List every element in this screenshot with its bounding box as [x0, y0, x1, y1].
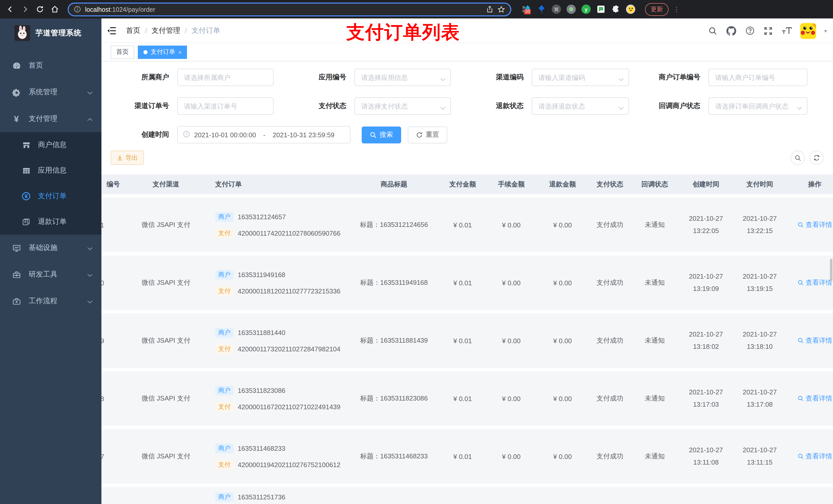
date-start: 2021-10-01 00:00:00 [194, 131, 256, 139]
user-avatar[interactable] [800, 23, 816, 39]
recorder-extension-icon[interactable] [567, 5, 576, 14]
filter-row-1: 所属商户 应用编号 渠道编码 商户订单编号 [111, 69, 824, 86]
sidebar-collapse-icon[interactable] [101, 19, 122, 43]
view-detail-link[interactable]: 查看详情 [798, 336, 832, 345]
command-extension-icon[interactable]: ⌘ [552, 5, 561, 14]
sidebar-item-workflow[interactable]: 工作流程 [0, 288, 101, 314]
merchant-order-no-input[interactable] [709, 69, 807, 86]
app-header: 首页 / 支付管理 / 支付订单 支付订单列表 [101, 19, 833, 43]
breadcrumb: 首页 / 支付管理 / 支付订单 [126, 26, 220, 35]
back-icon[interactable] [5, 4, 15, 14]
extensions-strip: 10 ⌘ y [522, 5, 635, 14]
url-path: :1024/pay/order [111, 6, 155, 13]
merchant-order-no-field[interactable] [709, 69, 807, 86]
sidebar-item-label: 首页 [29, 61, 43, 70]
browser-window: localhost:1024/pay/order 10 ⌘ [0, 0, 833, 504]
view-detail-link[interactable]: 查看详情 [798, 394, 832, 403]
gear-icon [12, 88, 21, 97]
channel-code-field[interactable] [532, 69, 629, 86]
sidebar-item-label: 应用信息 [38, 166, 67, 175]
field-label: 回调商户状态 [637, 101, 700, 111]
page-scrollbar-thumb[interactable] [830, 259, 832, 281]
emoji-profile-icon[interactable] [626, 5, 635, 14]
refund-status-select[interactable] [532, 97, 629, 115]
table-tools [790, 150, 824, 165]
header-actions: ▾ [708, 19, 827, 43]
merchant-select-field[interactable] [177, 69, 273, 86]
sidebar-item-merchant-info[interactable]: 商户信息 [0, 132, 101, 158]
sidebar-item-pay-order[interactable]: 支付订单 [0, 183, 101, 209]
reload-icon[interactable] [35, 4, 45, 14]
view-detail-link[interactable]: 查看详情 [798, 220, 832, 230]
site-info-icon[interactable] [74, 6, 81, 13]
chevron-down-icon [87, 297, 93, 305]
github-icon[interactable] [727, 26, 737, 36]
sidebar-item-app-info[interactable]: 应用信息 [0, 158, 101, 183]
sidebar-item-infrastructure[interactable]: 基础设施 [0, 235, 101, 261]
sidebar-item-label: 工作流程 [29, 296, 57, 306]
refund-status-field[interactable] [532, 97, 629, 115]
app-select-field[interactable] [355, 69, 451, 86]
col-amount: 支付金额 [439, 175, 486, 194]
channel-code-input[interactable] [532, 69, 629, 86]
share-icon[interactable] [486, 6, 493, 13]
view-detail-link[interactable]: 查看详情 [798, 452, 832, 461]
app-select-input[interactable] [355, 69, 451, 86]
col-pay-order: 支付订单 [195, 175, 348, 194]
sidebar-item-dev-tools[interactable]: 研发工具 [0, 261, 101, 288]
chat-extension-icon[interactable] [596, 5, 605, 14]
briefcase-icon [12, 296, 21, 306]
url-bar[interactable]: localhost:1024/pay/order [68, 2, 511, 16]
create-time-range-picker[interactable]: 2021-10-01 00:00:00 - 2021-10-31 23:59:5… [177, 126, 351, 143]
merchant-input[interactable] [177, 69, 273, 86]
tag-pay-order[interactable]: 支付订单 × [138, 45, 187, 58]
home-icon[interactable] [50, 4, 60, 14]
chevron-down-icon [87, 88, 93, 96]
tags-view-bar: 首页 支付订单 × [101, 43, 833, 62]
app-logo-row[interactable]: 芋道管理系统 [0, 19, 101, 41]
breadcrumb-payment[interactable]: 支付管理 [152, 26, 180, 35]
sidebar-item-home[interactable]: 首页 [0, 52, 101, 79]
field-label: 退款状态 [459, 101, 524, 111]
url-host: localhost [85, 6, 111, 13]
channel-order-no-field[interactable] [177, 97, 273, 115]
refresh-icon[interactable] [809, 150, 824, 165]
kite-extension-icon[interactable] [537, 5, 546, 14]
sidebar-item-payment[interactable]: ¥ 支付管理 [0, 105, 101, 132]
search-button[interactable]: 搜索 [362, 126, 401, 143]
pay-status-select[interactable] [355, 97, 451, 115]
channel-order-no-input[interactable] [177, 97, 273, 115]
extension-badge: 10 [524, 9, 531, 14]
reset-button[interactable]: 重置 [408, 126, 447, 143]
tampermonkey-extension-icon[interactable]: 10 [522, 5, 531, 14]
breadcrumb-current: 支付订单 [192, 26, 220, 35]
close-tag-icon[interactable]: × [178, 49, 182, 55]
search-icon[interactable] [708, 26, 718, 36]
callback-status-select[interactable] [709, 97, 807, 115]
col-fee: 手续金额 [486, 175, 537, 194]
avatar-caret-icon[interactable]: ▾ [824, 28, 827, 33]
bookmark-star-icon[interactable] [497, 5, 505, 13]
toggle-search-icon[interactable] [790, 150, 805, 165]
sidebar-item-system[interactable]: 系统管理 [0, 79, 101, 105]
pay-status-field[interactable] [355, 97, 451, 115]
fullscreen-icon[interactable] [763, 26, 774, 36]
chrome-menu-icon[interactable]: ⋮ [673, 5, 680, 13]
sidebar-item-refund-order[interactable]: 退款订单 [0, 209, 101, 235]
forward-icon[interactable] [20, 4, 30, 14]
y-extension-icon[interactable]: y [581, 5, 591, 14]
merchant-badge: 商户 [215, 492, 234, 502]
font-size-icon[interactable] [782, 26, 792, 36]
view-detail-link[interactable]: 查看详情 [798, 278, 832, 287]
help-icon[interactable] [745, 26, 755, 36]
chrome-update-button[interactable]: 更新 [645, 3, 669, 16]
table-row: 20 微信 JSAPI 支付 商户1635311949168 支付4200001… [101, 256, 833, 310]
browser-toolbar: localhost:1024/pay/order 10 ⌘ [0, 0, 833, 19]
puzzle-extensions-icon[interactable] [611, 5, 620, 14]
callback-status-field[interactable] [709, 97, 807, 115]
page-title-annotation: 支付订单列表 [346, 20, 460, 45]
tag-home[interactable]: 首页 [111, 45, 134, 58]
table-header-row: 编号 支付渠道 支付订单 商品标题 支付金额 手续金额 退款金额 支付状态 回调… [101, 175, 833, 194]
breadcrumb-home[interactable]: 首页 [126, 26, 140, 35]
export-button[interactable]: 导出 [111, 150, 144, 165]
